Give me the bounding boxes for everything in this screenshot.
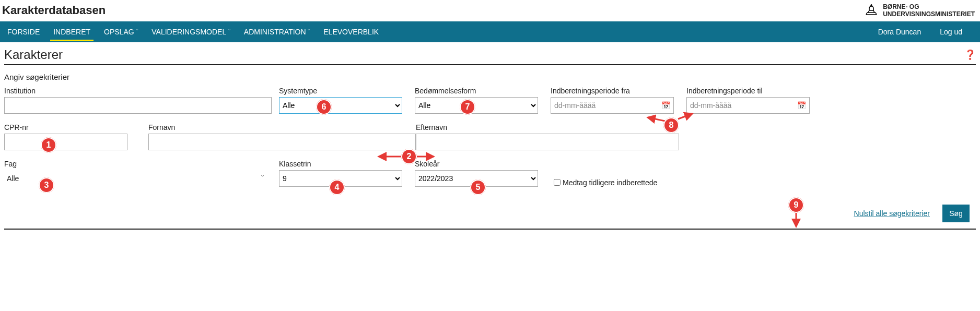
medtag-checkbox[interactable] [554,179,561,186]
skoleaar-label: Skoleår [415,160,538,168]
periode-fra-label: Indberetningsperiode fra [551,87,674,95]
bedform-label: Bedømmelsesform [415,87,538,95]
efternavn-label: Efternavn [416,123,679,131]
institution-input[interactable] [4,97,272,114]
medtag-label: Medtag tidligere indberettede [563,178,657,187]
fag-select[interactable]: Alle ˇ [4,170,267,187]
chevron-down-icon: ˇ [308,29,310,35]
chevron-down-icon: ˇ [228,29,230,35]
skoleaar-select[interactable]: 2022/2023 [415,170,538,187]
chevron-down-icon: ˇ [136,29,138,35]
nav-valideringsmodel[interactable]: VALIDERINGSMODELˇ [148,22,234,41]
crown-icon [864,3,879,18]
periode-fra-placeholder: dd-mm-åååå [554,101,596,110]
ministry-line2: UNDERVISNINGSMINISTERIET [883,10,975,18]
page-title: Karakterer [4,47,63,62]
nav-elevoverblik[interactable]: ELEVOVERBLIK [320,22,382,41]
klassetrin-label: Klassetrin [279,160,402,168]
app-title: Karakterdatabasen [2,4,106,17]
fag-value: Alle [7,174,19,183]
systemtype-select[interactable]: Alle [279,97,402,114]
systemtype-label: Systemtype [279,87,402,95]
fag-label: Fag [4,160,267,168]
fornavn-input[interactable] [148,134,416,150]
cpr-label: CPR-nr [4,123,127,131]
ministry-line1: BØRNE- OG [883,3,975,10]
nav-indberet[interactable]: INDBERET [50,22,94,41]
section-heading: Angiv søgekriterier [4,73,976,81]
nav-opslag[interactable]: OPSLAGˇ [101,22,141,41]
klassetrin-select[interactable]: 9 [279,170,402,187]
chevron-down-icon: ˇ [261,174,264,183]
navbar: FORSIDE INDBERET OPSLAGˇ VALIDERINGSMODE… [0,21,980,42]
nav-forside[interactable]: FORSIDE [4,22,43,41]
bedform-select[interactable]: Alle [415,97,538,114]
ministry-logo: BØRNE- OG UNDERVISNINGSMINISTERIET [864,3,975,18]
nav-username[interactable]: Dora Duncan [875,22,925,41]
efternavn-input[interactable] [416,134,679,150]
periode-til-label: Indberetningsperiode til [686,87,810,95]
nav-logout[interactable]: Log ud [937,22,965,41]
fornavn-label: Fornavn [148,123,416,131]
institution-label: Institution [4,87,272,95]
help-icon[interactable]: ❓ [964,49,976,61]
calendar-icon[interactable]: 📅 [797,101,806,110]
periode-til-input[interactable]: dd-mm-åååå 📅 [686,97,810,114]
search-button[interactable]: Søg [942,205,970,222]
divider [4,229,976,230]
nav-administration[interactable]: ADMINISTRATIONˇ [241,22,313,41]
reset-link[interactable]: Nulstil alle søgekriterier [854,209,930,218]
calendar-icon[interactable]: 📅 [661,101,670,110]
cpr-input[interactable] [4,134,127,150]
periode-til-placeholder: dd-mm-åååå [690,101,731,110]
periode-fra-input[interactable]: dd-mm-åååå 📅 [551,97,674,114]
